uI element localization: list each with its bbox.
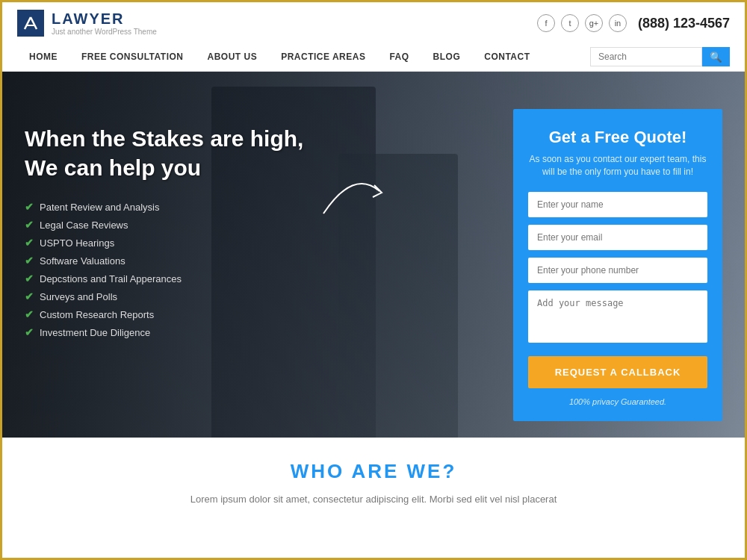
- who-section: WHO ARE WE? Lorem ipsum dolor sit amet, …: [2, 438, 745, 542]
- list-item-text: Patent Review and Analysis: [40, 202, 159, 213]
- twitter-icon[interactable]: t: [561, 14, 579, 32]
- list-item: ✔Depcstions and Trail Apperances: [25, 273, 513, 284]
- check-icon: ✔: [25, 308, 34, 320]
- header-top: LAWYER Just another WordPress Theme f t …: [17, 10, 730, 43]
- logo-icon: [17, 10, 44, 37]
- arrow-decoration: [316, 161, 391, 224]
- social-icons: f t g+ in: [537, 14, 627, 32]
- nav-contact[interactable]: CONTACT: [472, 43, 542, 71]
- search-input[interactable]: [590, 47, 702, 66]
- hero-content: When the Stakes are high, We can help yo…: [2, 72, 745, 438]
- list-item: ✔Software Valuations: [25, 255, 513, 267]
- privacy-notice: 100% privacy Guaranteed.: [528, 397, 707, 406]
- list-item: ✔Surveys and Polls: [25, 290, 513, 302]
- check-icon: ✔: [25, 219, 34, 231]
- list-item-text: Software Valuations: [40, 255, 125, 267]
- search-bar: 🔍: [590, 47, 730, 66]
- who-body: Lorem ipsum dolor sit amet, consectetur …: [149, 492, 598, 508]
- svg-rect-0: [20, 13, 41, 34]
- main-nav: HOME FREE CONSULTATION ABOUT US PRACTICE…: [17, 43, 730, 71]
- form-subtitle: As soon as you contact our expert team, …: [528, 153, 707, 178]
- list-item-text: Depcstions and Trail Apperances: [40, 273, 182, 284]
- check-icon: ✔: [25, 255, 34, 267]
- hero-title: When the Stakes are high, We can help yo…: [25, 124, 513, 182]
- nav-home[interactable]: HOME: [17, 43, 69, 71]
- logo-title: LAWYER: [52, 10, 157, 28]
- nav-blog[interactable]: BLOG: [421, 43, 473, 71]
- logo-text: LAWYER Just another WordPress Theme: [52, 10, 157, 36]
- facebook-icon[interactable]: f: [537, 14, 555, 32]
- check-icon: ✔: [25, 201, 34, 213]
- form-email-input[interactable]: [528, 225, 707, 250]
- header-right: f t g+ in (888) 123-4567: [537, 14, 730, 32]
- hero-left: When the Stakes are high, We can help yo…: [25, 109, 513, 344]
- quote-form: Get a Free Quote! As soon as you contact…: [513, 109, 722, 421]
- list-item-text: Investment Due Diligence: [40, 327, 150, 338]
- search-button[interactable]: 🔍: [702, 47, 730, 66]
- check-icon: ✔: [25, 273, 34, 284]
- list-item-text: Surveys and Polls: [40, 291, 117, 302]
- form-title: Get a Free Quote!: [528, 128, 707, 147]
- check-icon: ✔: [25, 237, 34, 249]
- list-item: ✔USPTO Hearings: [25, 237, 513, 249]
- who-title: WHO ARE WE?: [17, 460, 730, 483]
- list-item-text: Custom Research Reports: [40, 309, 154, 320]
- phone-number: (888) 123-4567: [638, 16, 730, 31]
- nav-faq[interactable]: FAQ: [377, 43, 421, 71]
- list-item: ✔Patent Review and Analysis: [25, 201, 513, 213]
- callback-button[interactable]: REQUEST A CALLBACK: [528, 356, 707, 388]
- nav-free-consultation[interactable]: FREE CONSULTATION: [69, 43, 196, 71]
- logo-svg: [20, 13, 41, 34]
- list-item-text: USPTO Hearings: [40, 237, 114, 249]
- check-icon: ✔: [25, 290, 34, 302]
- form-name-input[interactable]: [528, 192, 707, 217]
- hero-title-line2: We can help you: [25, 155, 201, 180]
- nav-about-us[interactable]: ABOUT US: [196, 43, 270, 71]
- googleplus-icon[interactable]: g+: [585, 14, 603, 32]
- site-header: LAWYER Just another WordPress Theme f t …: [2, 2, 745, 72]
- check-icon: ✔: [25, 326, 34, 338]
- logo-subtitle: Just another WordPress Theme: [52, 28, 157, 36]
- form-message-input[interactable]: [528, 290, 707, 343]
- logo-area: LAWYER Just another WordPress Theme: [17, 10, 157, 37]
- list-item: ✔Investment Due Diligence: [25, 326, 513, 338]
- hero-section: When the Stakes are high, We can help yo…: [2, 72, 745, 438]
- list-item: ✔Custom Research Reports: [25, 308, 513, 320]
- list-item: ✔Legal Case Reviews: [25, 219, 513, 231]
- hero-title-line1: When the Stakes are high,: [25, 126, 303, 151]
- linkedin-icon[interactable]: in: [609, 14, 627, 32]
- list-item-text: Legal Case Reviews: [40, 220, 128, 231]
- hero-checklist: ✔Patent Review and Analysis ✔Legal Case …: [25, 201, 513, 338]
- nav-practice-areas[interactable]: PRACTICE AREAS: [269, 43, 377, 71]
- form-phone-input[interactable]: [528, 258, 707, 283]
